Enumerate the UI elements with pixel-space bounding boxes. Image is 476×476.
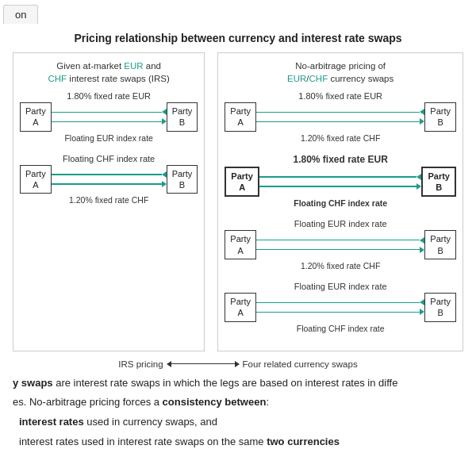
right-swap3-party-b: PartyB [424, 230, 456, 259]
right-swap2-party-row: PartyA PartyB [225, 167, 456, 198]
right-swap3-bottom-label: 1.20% fixed rate CHF [225, 261, 456, 271]
body-line2-bold: consistency between [163, 396, 267, 408]
left-panel-label: Given at-market EUR and CHF interest rat… [20, 60, 198, 85]
irs-footer: IRS pricing Four related currency swaps [13, 359, 463, 369]
body-bullet2-bold: two currencies [267, 436, 340, 447]
right-swap1-arrows [256, 102, 424, 131]
diagram-title: Pricing relationship between currency an… [13, 32, 463, 44]
body-line2-suffix: : [266, 396, 269, 408]
right-swap-4: Floating EUR index rate PartyA PartyB [225, 282, 456, 333]
diagram-container: Given at-market EUR and CHF interest rat… [13, 52, 463, 351]
left-panel: Given at-market EUR and CHF interest rat… [13, 52, 205, 351]
left-swap2-bottom-label: 1.20% fixed rate CHF [20, 195, 198, 205]
right-swap1-top-label: 1.80% fixed rate EUR [225, 91, 456, 101]
right-swap2-arrows [259, 167, 422, 196]
right-panel: No-arbitrage pricing of EUR/CHF currency… [217, 52, 463, 351]
left-swap1-party-a: PartyA [20, 102, 52, 132]
right-swap3-arrows [256, 231, 424, 259]
body-line1: y swaps are interest rate swaps in which… [13, 375, 463, 392]
right-swap3-party-row: PartyA PartyB [225, 230, 456, 259]
left-swap1-bottom-label: Floating EUR index rate [20, 133, 198, 143]
right-swap-1: 1.80% fixed rate EUR PartyA PartyB [225, 91, 456, 143]
right-swap4-arrows [256, 293, 424, 321]
body-bullet2-rest: interest rates used in interest rate swa… [19, 436, 267, 447]
right-swap2-top-label: 1.80% fixed rate EUR [225, 154, 456, 165]
right-swap4-bottom-label: Floating CHF index rate [225, 324, 456, 333]
right-swap4-party-a: PartyA [225, 293, 256, 322]
footer-currency-label: Four related currency swaps [243, 359, 358, 369]
body-text: y swaps are interest rate swaps in which… [13, 375, 463, 451]
left-swap-2: Floating CHF index rate PartyA PartyB [20, 154, 198, 205]
right-swap-3: Floating EUR index rate PartyA PartyB [225, 219, 456, 271]
right-swap1-party-a: PartyA [225, 102, 256, 132]
footer-left-arrowhead [167, 361, 240, 367]
right-swap3-party-a: PartyA [225, 230, 256, 259]
body-bullet2: interest rates used in interest rate swa… [19, 434, 463, 451]
left-swap1-top-label: 1.80% fixed rate EUR [20, 91, 198, 101]
left-swap2-party-a: PartyA [20, 165, 52, 194]
footer-irs-label: IRS pricing [118, 359, 163, 369]
right-swap1-party-row: PartyA PartyB [225, 102, 456, 132]
right-swap2-party-b: PartyB [421, 167, 456, 198]
main-content: Pricing relationship between currency an… [0, 24, 476, 466]
body-bullet1: interest rates used in currency swaps, a… [19, 414, 463, 431]
right-swap1-bottom-label: 1.20% fixed rate CHF [225, 133, 456, 143]
right-swap4-party-row: PartyA PartyB [225, 293, 456, 322]
right-swap4-party-b: PartyB [424, 293, 456, 322]
body-bullet1-bold: interest rates [19, 416, 84, 428]
top-tab[interactable]: on [3, 5, 38, 24]
right-swap2-party-a: PartyA [225, 167, 259, 198]
left-swap2-party-row: PartyA PartyB [20, 165, 198, 194]
body-line2-prefix: es. No-arbitrage pricing forces a [13, 396, 163, 408]
left-swap1-party-b: PartyB [167, 102, 198, 132]
left-swap2-arrows [52, 165, 167, 194]
right-swap4-top-label: Floating EUR index rate [225, 282, 456, 291]
body-bullet1-rest: used in currency swaps, and [86, 416, 217, 428]
left-swap2-top-label: Floating CHF index rate [20, 154, 198, 163]
left-swap2-party-b: PartyB [167, 165, 198, 194]
right-swap-2: 1.80% fixed rate EUR PartyA PartyB [225, 154, 456, 209]
right-swap2-bottom-label: Floating CHF index rate [225, 198, 456, 208]
body-line1-bold: y swaps [13, 377, 53, 389]
body-line1-rest: are interest rate swaps in which the leg… [56, 377, 397, 389]
right-swap1-party-b: PartyB [424, 102, 456, 132]
left-swap1-arrows [52, 102, 167, 131]
right-panel-label: No-arbitrage pricing of EUR/CHF currency… [225, 60, 456, 85]
right-swap3-top-label: Floating EUR index rate [225, 219, 456, 228]
body-line2: es. No-arbitrage pricing forces a consis… [13, 394, 463, 411]
left-swap1-party-row: PartyA PartyB [20, 102, 198, 132]
left-swap-1: 1.80% fixed rate EUR PartyA PartyB [20, 91, 198, 143]
